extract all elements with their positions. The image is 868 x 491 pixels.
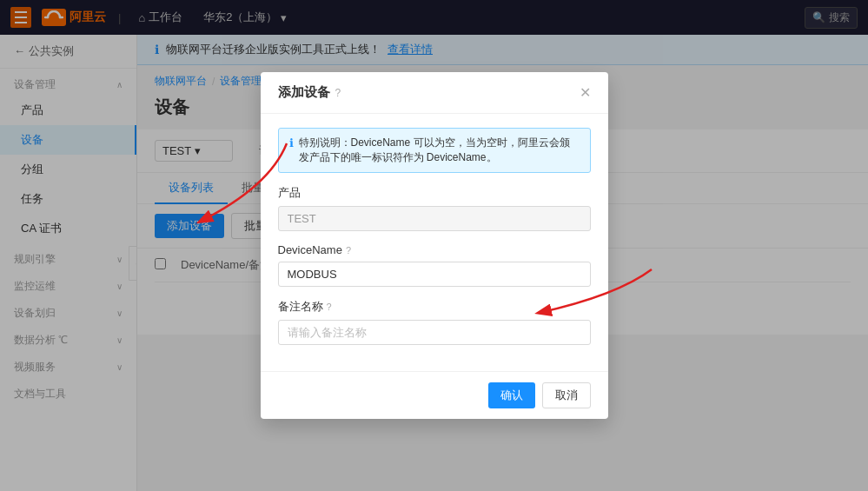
alias-help-icon[interactable]: ? <box>327 302 332 312</box>
dialog-alert: ℹ 特别说明：DeviceName 可以为空，当为空时，阿里云会颁发产品下的唯一… <box>278 128 591 173</box>
dialog-body: ℹ 特别说明：DeviceName 可以为空，当为空时，阿里云会颁发产品下的唯一… <box>261 114 608 371</box>
product-label: 产品 <box>278 185 591 201</box>
dialog-close-button[interactable]: ✕ <box>580 86 591 100</box>
device-name-input[interactable] <box>278 262 591 287</box>
dialog-cancel-button[interactable]: 取消 <box>542 382 591 408</box>
alias-label: 备注名称 ? <box>278 299 591 315</box>
alias-input[interactable] <box>278 320 591 345</box>
device-name-help-icon[interactable]: ? <box>346 245 351 255</box>
dialog-help-icon[interactable]: ? <box>335 87 341 99</box>
product-form-item: 产品 <box>278 185 591 231</box>
product-input <box>278 206 591 231</box>
dialog-alert-icon: ℹ <box>289 136 294 149</box>
dialog-title: 添加设备 ? <box>278 84 341 101</box>
device-name-label: DeviceName ? <box>278 243 591 256</box>
dialog-confirm-button[interactable]: 确认 <box>488 382 535 408</box>
device-name-form-item: DeviceName ? <box>278 243 591 287</box>
add-device-dialog: 添加设备 ? ✕ ℹ 特别说明：DeviceName 可以为空，当为空时，阿里云… <box>261 72 608 419</box>
alias-form-item: 备注名称 ? <box>278 299 591 345</box>
modal-overlay: 添加设备 ? ✕ ℹ 特别说明：DeviceName 可以为空，当为空时，阿里云… <box>0 0 868 491</box>
dialog-footer: 确认 取消 <box>261 371 608 419</box>
dialog-header: 添加设备 ? ✕ <box>261 72 608 114</box>
